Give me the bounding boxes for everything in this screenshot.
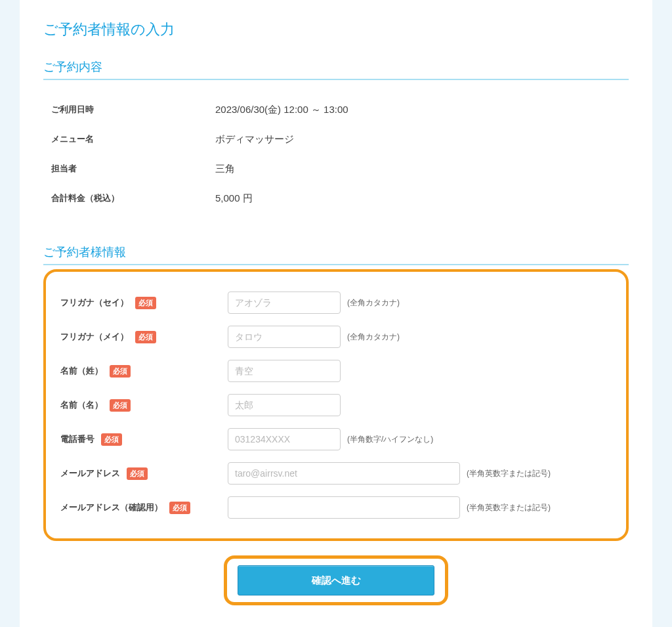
label-furigana-sei: フリガナ（セイ）	[60, 297, 129, 309]
row-total: 合計料金（税込） 5,000 円	[51, 192, 621, 205]
required-badge: 必須	[110, 365, 131, 378]
value-total: 5,000 円	[215, 192, 253, 205]
reservation-details: ご利用日時 2023/06/30(金) 12:00 ～ 13:00 メニュー名 …	[43, 84, 629, 231]
submit-wrap: 確認へ進む	[43, 555, 629, 605]
required-badge: 必須	[135, 297, 156, 309]
row-furigana-sei: フリガナ（セイ） 必須 (全角カタカナ)	[60, 292, 612, 314]
row-name-sei: 名前（姓） 必須	[60, 360, 612, 382]
required-badge: 必須	[169, 502, 190, 514]
hint-furigana-sei: (全角カタカナ)	[347, 297, 400, 309]
hint-email-confirm: (半角英数字または記号)	[467, 502, 551, 513]
row-email: メールアドレス 必須 (半角英数字または記号)	[60, 462, 612, 485]
required-badge: 必須	[135, 331, 156, 343]
label-menu: メニュー名	[51, 133, 215, 146]
page-title: ご予約者情報の入力	[43, 20, 629, 39]
label-name-sei: 名前（姓）	[60, 365, 103, 377]
row-datetime: ご利用日時 2023/06/30(金) 12:00 ～ 13:00	[51, 104, 621, 116]
email-confirm-input[interactable]	[228, 496, 460, 519]
label-total: 合計料金（税込）	[51, 192, 215, 205]
label-email-confirm: メールアドレス（確認用）	[60, 502, 163, 513]
row-email-confirm: メールアドレス（確認用） 必須 (半角英数字または記号)	[60, 496, 612, 519]
confirm-button[interactable]: 確認へ進む	[238, 565, 434, 595]
name-sei-input[interactable]	[228, 360, 341, 382]
row-menu: メニュー名 ボディマッサージ	[51, 133, 621, 146]
label-staff: 担当者	[51, 163, 215, 175]
furigana-sei-input[interactable]	[228, 292, 341, 314]
label-tel: 電話番号	[60, 433, 94, 445]
hint-tel: (半角数字/ハイフンなし)	[347, 434, 433, 445]
customer-form-highlight: フリガナ（セイ） 必須 (全角カタカナ) フリガナ（メイ） 必須 (全角カタカナ…	[43, 269, 629, 541]
row-staff: 担当者 三角	[51, 163, 621, 175]
required-badge: 必須	[127, 467, 148, 480]
required-badge: 必須	[110, 399, 131, 412]
row-name-mei: 名前（名） 必須	[60, 394, 612, 416]
email-input[interactable]	[228, 462, 460, 485]
required-badge: 必須	[101, 433, 122, 446]
row-tel: 電話番号 必須 (半角数字/ハイフンなし)	[60, 428, 612, 450]
label-email: メールアドレス	[60, 467, 120, 479]
hint-email: (半角英数字または記号)	[467, 468, 551, 479]
value-staff: 三角	[215, 163, 235, 175]
name-mei-input[interactable]	[228, 394, 341, 416]
label-furigana-mei: フリガナ（メイ）	[60, 331, 129, 343]
label-datetime: ご利用日時	[51, 104, 215, 116]
value-datetime: 2023/06/30(金) 12:00 ～ 13:00	[215, 104, 348, 116]
reservation-form-card: ご予約者情報の入力 ご予約内容 ご利用日時 2023/06/30(金) 12:0…	[20, 0, 652, 627]
section-customer-title: ご予約者様情報	[43, 244, 629, 265]
tel-input[interactable]	[228, 428, 341, 450]
submit-highlight: 確認へ進む	[224, 555, 448, 605]
label-name-mei: 名前（名）	[60, 399, 103, 411]
section-reservation-title: ご予約内容	[43, 59, 629, 80]
hint-furigana-mei: (全角カタカナ)	[347, 332, 400, 343]
row-furigana-mei: フリガナ（メイ） 必須 (全角カタカナ)	[60, 326, 612, 348]
furigana-mei-input[interactable]	[228, 326, 341, 348]
value-menu: ボディマッサージ	[215, 133, 294, 146]
